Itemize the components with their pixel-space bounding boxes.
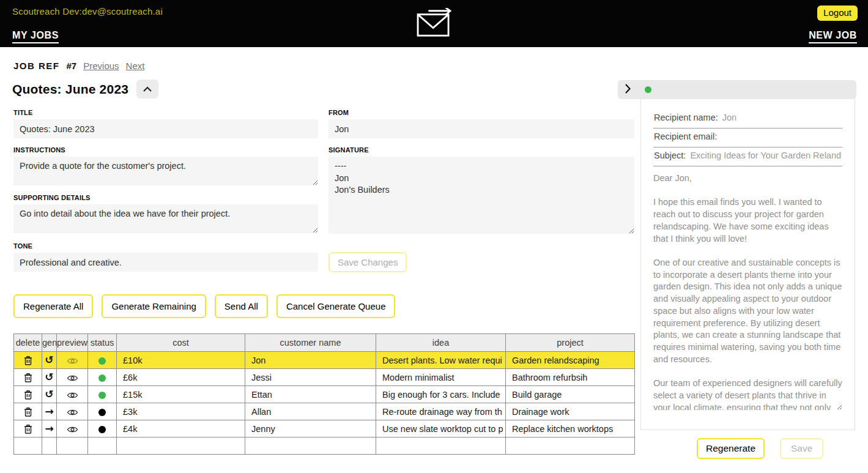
preview-row-button[interactable] (67, 426, 78, 433)
chevron-up-icon (143, 86, 152, 92)
tone-field-label: TONE (13, 242, 32, 250)
regenerate-email-button[interactable]: Regenerate (697, 438, 765, 459)
table-row[interactable]: → £4k Jenny Use new slate worktop cut to… (14, 420, 635, 438)
delete-row-button[interactable] (24, 407, 32, 417)
col-status: status (88, 334, 117, 352)
table-row[interactable]: ↺ £15k Ettan Big enough for 3 cars. Incl… (14, 386, 635, 403)
project-cell: Replace kitchen worktops (506, 420, 635, 438)
email-body-textarea[interactable]: Dear Jon, I hope this email finds you we… (653, 173, 842, 410)
chevron-right-icon (624, 87, 631, 96)
status-dot (98, 374, 106, 382)
preview-row-button[interactable] (67, 357, 78, 365)
job-ref-bar: JOB REF #7 Previous Next (13, 61, 144, 71)
table-row[interactable]: ↺ £10k Jon Desert plants. Low water requ… (14, 352, 635, 369)
instructions-field-label: INSTRUCTIONS (13, 146, 65, 154)
delete-row-button[interactable] (24, 373, 32, 382)
collapse-details-button[interactable] (136, 80, 158, 99)
recipient-email-row[interactable]: Recipient email: (653, 132, 842, 147)
idea-cell: Modern minimalist (376, 369, 506, 386)
project-cell: Drainage work (506, 403, 635, 420)
job-ref-label: JOB REF (13, 61, 60, 71)
table-row[interactable]: → £3k Allan Re-route drainage way from t… (14, 403, 635, 420)
col-delete: delete (14, 334, 42, 352)
col-idea: idea (376, 334, 506, 352)
customer-name-cell: Jenny (245, 420, 376, 438)
signature-field-label: SIGNATURE (328, 146, 369, 154)
regenerate-all-button[interactable]: Regenerate All (13, 294, 93, 318)
cost-cell: £10k (117, 352, 245, 369)
recipient-name-value[interactable]: Jon (722, 113, 842, 122)
customer-name-cell: Allan (245, 403, 376, 420)
save-changes-button[interactable]: Save Changes (328, 252, 407, 272)
collapse-preview-button[interactable] (624, 83, 631, 94)
subject-value[interactable]: Exciting Ideas for Your Garden Relandsca… (690, 151, 842, 160)
eye-icon (67, 409, 78, 416)
preview-panel-bar (618, 80, 856, 99)
regenerate-row-button[interactable]: ↺ (45, 355, 53, 365)
top-bar: Scoutreach Dev:dev@scoutreach.ai Logout … (0, 0, 868, 47)
tone-input[interactable] (13, 253, 318, 272)
eye-icon (67, 392, 78, 399)
logout-button[interactable]: Logout (817, 6, 858, 21)
envelope-arrow-icon (415, 8, 453, 41)
idea-cell: Desert plants. Low water requi (376, 352, 506, 369)
preview-row-button[interactable] (67, 409, 78, 416)
generate-remaining-button[interactable]: Generate Remaining (102, 294, 206, 318)
nav-my-jobs[interactable]: MY JOBS (12, 30, 59, 43)
subject-row[interactable]: Subject: Exciting Ideas for Your Garden … (653, 151, 842, 166)
regenerate-arrow-icon: ↺ (45, 371, 53, 383)
supporting-details-field-label: SUPPORTING DETAILS (13, 194, 91, 201)
title-input[interactable] (13, 119, 318, 138)
email-preview-panel: Recipient name: Jon Recipient email: Sub… (640, 99, 855, 430)
regenerate-row-button[interactable]: ↺ (45, 389, 53, 400)
table-header-row: delete gen preview status cost customer … (14, 334, 635, 352)
status-dot (98, 357, 106, 365)
instructions-textarea[interactable]: Provide a quote for the customer's proje… (13, 157, 318, 185)
subject-label: Subject: (654, 151, 686, 160)
supporting-details-textarea[interactable]: Go into detail about the idea we have fo… (13, 204, 318, 233)
save-email-button[interactable]: Save (780, 438, 823, 459)
recipient-email-label: Recipient email: (654, 132, 717, 141)
cancel-generate-queue-button[interactable]: Cancel Generate Queue (276, 294, 396, 318)
eye-icon (67, 374, 78, 382)
queued-row-button[interactable]: → (45, 423, 53, 434)
regenerate-row-button[interactable]: ↺ (45, 372, 53, 382)
preview-status-dot (645, 86, 651, 93)
send-all-button[interactable]: Send All (215, 294, 268, 318)
from-input[interactable] (328, 119, 634, 138)
preview-row-button[interactable] (67, 392, 78, 399)
delete-row-button[interactable] (24, 390, 32, 400)
customer-name-cell: Ettan (245, 386, 376, 403)
cost-cell: £15k (117, 386, 245, 403)
next-job-link[interactable]: Next (126, 61, 145, 71)
queued-row-button[interactable]: → (45, 406, 53, 417)
recipient-name-label: Recipient name: (654, 113, 718, 122)
previous-job-link[interactable]: Previous (83, 61, 119, 71)
regenerate-arrow-icon: ↺ (45, 354, 53, 366)
cost-cell: £6k (117, 369, 245, 386)
col-gen: gen (42, 334, 57, 352)
right-arrow-icon: → (45, 422, 53, 434)
idea-cell: Use new slate worktop cut to p (376, 420, 506, 438)
status-dot (98, 426, 106, 433)
col-project: project (506, 334, 635, 352)
cost-cell: £3k (117, 403, 245, 420)
idea-cell: Re-route drainage way from th (376, 403, 506, 420)
customer-name-cell: Jon (245, 352, 376, 369)
from-field-label: FROM (328, 109, 349, 116)
preview-row-button[interactable] (67, 374, 78, 382)
idea-cell: Big enough for 3 cars. Include (376, 386, 506, 403)
table-row-empty (14, 438, 635, 455)
eye-icon (67, 357, 78, 365)
page-title: Quotes: June 2023 (12, 82, 128, 97)
delete-row-button[interactable] (24, 424, 32, 434)
signature-textarea[interactable]: ---- Jon Jon's Builders (328, 157, 634, 234)
project-cell: Garden relandscaping (506, 352, 635, 369)
nav-new-job[interactable]: NEW JOB (809, 30, 857, 43)
regenerate-arrow-icon: ↺ (45, 388, 53, 400)
col-preview: preview (57, 334, 88, 352)
table-row[interactable]: ↺ £6k Jessi Modern minimalist Bathroom r… (14, 369, 635, 386)
recipient-name-row[interactable]: Recipient name: Jon (653, 113, 842, 128)
delete-row-button[interactable] (24, 356, 32, 365)
bulk-actions: Regenerate All Generate Remaining Send A… (13, 294, 395, 318)
